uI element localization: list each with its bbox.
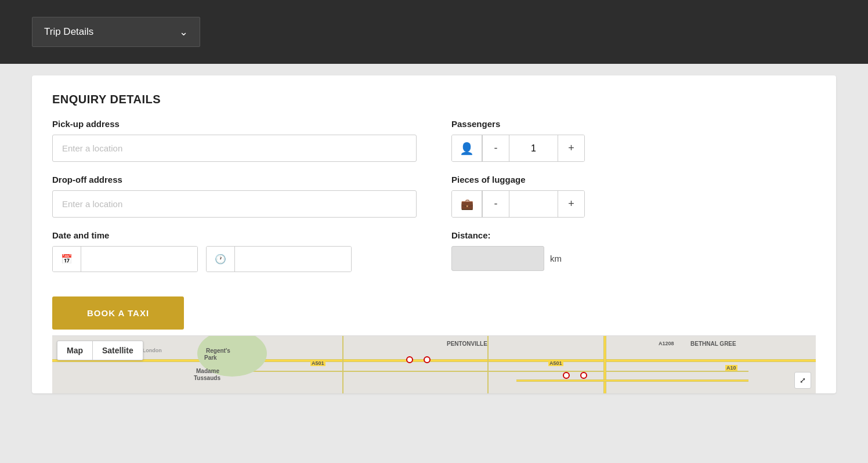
distance-row: km xyxy=(451,246,816,271)
left-column: Pick-up address Drop-off address Date an… xyxy=(52,119,417,285)
map-road-5 xyxy=(603,336,606,393)
tube-marker-4 xyxy=(580,372,587,379)
clock-icon: 🕐 xyxy=(215,254,226,265)
map-label-a10: A10 xyxy=(725,365,737,371)
pickup-group: Pick-up address xyxy=(52,119,417,162)
map-tab-satellite[interactable]: Satellite xyxy=(92,341,143,360)
map-road-4 xyxy=(487,336,489,393)
expand-icon: ⤢ xyxy=(800,376,806,385)
map-label-bethnal: BETHNAL GREE xyxy=(690,341,736,347)
passengers-group: Passengers 👤 - 1 + xyxy=(451,119,816,162)
map-road-6 xyxy=(516,379,748,382)
map-tab-map[interactable]: Map xyxy=(57,341,92,360)
map-background: PENTONVILLE BETHNAL GREE Regent's Park M… xyxy=(52,336,816,393)
chevron-down-icon: ⌄ xyxy=(179,26,188,38)
passengers-value: 1 xyxy=(509,135,558,161)
trip-details-label: Trip Details xyxy=(44,26,93,38)
main-content: ENQUIRY DETAILS Pick-up address Drop-off… xyxy=(0,64,868,405)
datetime-label: Date and time xyxy=(52,230,417,240)
book-taxi-button[interactable]: BOOK A TAXI xyxy=(52,296,184,330)
map-expand-button[interactable]: ⤢ xyxy=(794,372,811,389)
date-field: 📅 xyxy=(52,246,198,272)
calendar-icon-btn[interactable]: 📅 xyxy=(53,247,81,272)
tube-marker-3 xyxy=(563,372,570,379)
pickup-input[interactable] xyxy=(52,135,417,162)
luggage-value xyxy=(509,191,558,217)
person-icon: 👤 xyxy=(452,135,482,161)
section-title: ENQUIRY DETAILS xyxy=(52,93,816,106)
pickup-label: Pick-up address xyxy=(52,119,417,129)
date-input[interactable] xyxy=(81,247,197,272)
luggage-icon: 💼 xyxy=(452,191,482,217)
right-column: Passengers 👤 - 1 + Pieces of luggage xyxy=(451,119,816,285)
tube-marker-2 xyxy=(424,356,431,363)
trip-details-dropdown[interactable]: Trip Details ⌄ xyxy=(32,17,200,47)
time-field: 🕐 xyxy=(206,246,352,272)
map-road-1 xyxy=(52,359,816,362)
distance-group: Distance: km xyxy=(451,230,816,271)
distance-label: Distance: xyxy=(451,230,816,240)
dropoff-label: Drop-off address xyxy=(52,175,417,185)
enquiry-card: ENQUIRY DETAILS Pick-up address Drop-off… xyxy=(32,75,836,393)
luggage-label: Pieces of luggage xyxy=(451,175,816,185)
luggage-stepper: 💼 - + xyxy=(451,190,585,218)
map-label-a501-2: A501 xyxy=(548,360,563,366)
top-bar: Trip Details ⌄ xyxy=(0,0,868,64)
distance-unit: km xyxy=(550,254,562,263)
map-label-a1208: A1208 xyxy=(659,341,674,346)
map-road-3 xyxy=(342,336,343,393)
map-label-regents2: Park xyxy=(204,355,217,361)
dropoff-input[interactable] xyxy=(52,190,417,218)
map-controls: Map Satellite xyxy=(57,341,143,360)
luggage-group: Pieces of luggage 💼 - + xyxy=(451,175,816,218)
map-container: PENTONVILLE BETHNAL GREE Regent's Park M… xyxy=(52,335,816,393)
luggage-minus-btn[interactable]: - xyxy=(482,191,509,217)
passengers-minus-btn[interactable]: - xyxy=(482,135,509,161)
form-grid: Pick-up address Drop-off address Date an… xyxy=(52,119,816,285)
calendar-icon: 📅 xyxy=(61,254,73,265)
map-label-madame2: Tussauds xyxy=(194,375,220,381)
map-label-pentonville: PENTONVILLE xyxy=(447,341,487,347)
datetime-group: Date and time 📅 🕐 xyxy=(52,230,417,272)
passengers-stepper: 👤 - 1 + xyxy=(451,135,585,162)
passengers-plus-btn[interactable]: + xyxy=(558,135,584,161)
dropoff-group: Drop-off address xyxy=(52,175,417,218)
tube-marker-1 xyxy=(406,356,413,363)
map-label-madame: Madame xyxy=(196,368,219,374)
clock-icon-btn[interactable]: 🕐 xyxy=(207,247,235,272)
passengers-label: Passengers xyxy=(451,119,816,129)
distance-input[interactable] xyxy=(451,246,544,271)
map-label-a501-1: A501 xyxy=(310,360,326,366)
time-input[interactable] xyxy=(235,247,351,272)
datetime-row: 📅 🕐 xyxy=(52,246,417,272)
luggage-plus-btn[interactable]: + xyxy=(558,191,584,217)
map-label-regents: Regent's xyxy=(206,348,230,354)
